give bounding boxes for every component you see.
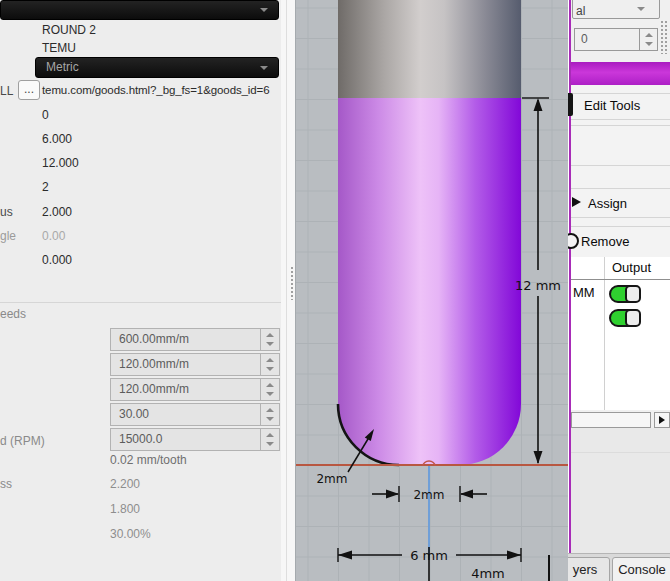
faint-divider	[571, 452, 670, 453]
row-separator	[571, 93, 670, 94]
feed-input-4[interactable]: 30.00	[110, 403, 280, 426]
remove-button[interactable]: Remove	[581, 234, 629, 249]
bottom-tab-bar: yers Console	[568, 553, 670, 581]
flute-length-value: 12.000	[42, 156, 79, 170]
toggle-knob	[625, 285, 641, 303]
preset-dropdown[interactable]	[0, 0, 279, 20]
feed-rate-input-1[interactable]: 600.00mm/m	[110, 328, 280, 351]
stepover-percent-value: 30.00%	[110, 527, 151, 541]
feeds-header-fragment: eeds	[0, 307, 26, 321]
spin-up-icon[interactable]	[266, 408, 274, 412]
url-label-fragment: LL	[0, 84, 13, 98]
spinner-buttons[interactable]	[639, 29, 657, 50]
output-toggle-on[interactable]	[609, 285, 641, 303]
angle-label-fragment: gle	[0, 229, 16, 243]
edit-tools-button[interactable]: Edit Tools	[584, 98, 640, 113]
pass-label-fragment: ss	[0, 477, 12, 491]
spin-down-icon[interactable]	[266, 442, 274, 446]
feed-rate-value-1: 600.00mm/m	[119, 332, 189, 346]
row-separator	[571, 165, 670, 166]
grip-dots	[660, 20, 668, 54]
output-toggle-on[interactable]	[609, 309, 641, 327]
arrow-left-icon	[460, 490, 473, 499]
lower-panel-area	[571, 428, 670, 553]
chevron-down-icon	[637, 7, 645, 11]
chevron-down-icon	[260, 66, 268, 70]
header-underline	[571, 279, 670, 280]
material-dropdown-value: al	[576, 4, 585, 18]
row-separator	[571, 217, 670, 218]
arrow-up-icon	[534, 98, 543, 111]
spin-down-icon[interactable]	[266, 417, 274, 421]
spin-up-icon[interactable]	[266, 333, 274, 337]
arrow-down-icon	[534, 451, 543, 464]
tool-note-value: TEMU	[42, 41, 76, 55]
scroll-right-button[interactable]	[654, 412, 670, 428]
spin-down-icon[interactable]	[266, 342, 274, 346]
spindle-label-fragment: d (RPM)	[0, 434, 45, 448]
right-sidebar: al 0 Edit Tools Assign Remove Output MM	[568, 0, 670, 581]
tool-flute	[338, 98, 521, 465]
tool-row-label: MM	[573, 285, 595, 300]
spinner-buttons[interactable]	[260, 404, 279, 425]
feed-rate-value-2: 120.00mm/m	[119, 357, 189, 371]
feed-rate-input-3[interactable]: 120.00mm/m	[110, 378, 280, 401]
tool-table: Output MM	[571, 257, 670, 410]
tool-editor-window: ROUND 2 TEMU Metric LL ... temu.com/good…	[0, 0, 670, 581]
tool-drawing: 12 mm 2mm 2mm 6 mm 4mm	[296, 0, 569, 581]
spindle-speed-value: 15000.0	[119, 432, 162, 446]
spinner-buttons[interactable]	[260, 379, 279, 400]
pass-value-2: 1.800	[110, 502, 140, 516]
dim-diameter-label: 6 mm	[410, 548, 448, 563]
diameter-value: 6.000	[42, 132, 72, 146]
output-column-header: Output	[612, 260, 651, 275]
tool-preview-canvas[interactable]: 12 mm 2mm 2mm 6 mm 4mm	[295, 0, 569, 581]
section-divider	[0, 302, 281, 303]
toggle-knob	[625, 309, 641, 327]
splitter-grip-dots[interactable]	[290, 266, 294, 300]
tool-properties-panel: ROUND 2 TEMU Metric LL ... temu.com/good…	[0, 0, 282, 581]
spin-down-icon[interactable]	[266, 367, 274, 371]
panel-splitter[interactable]	[281, 0, 295, 581]
horizontal-scrollbar-track[interactable]	[571, 412, 651, 428]
chip-load-value: 0.02 mm/tooth	[110, 453, 187, 467]
spin-down-icon[interactable]	[266, 392, 274, 396]
spinner-buttons[interactable]	[260, 429, 279, 450]
arrow-right-icon	[507, 551, 521, 560]
tab-layers[interactable]: yers	[568, 557, 610, 581]
arrow-right-icon	[386, 490, 399, 499]
row-separator	[571, 226, 670, 227]
units-dropdown-value: Metric	[46, 60, 79, 74]
url-value: temu.com/goods.html?_bg_fs=1&goods_id=6	[42, 84, 270, 96]
spin-up-icon[interactable]	[266, 383, 274, 387]
tab-console[interactable]: Console	[612, 557, 670, 581]
spinner-buttons[interactable]	[260, 329, 279, 350]
units-dropdown[interactable]: Metric	[35, 57, 279, 78]
arrow-left-icon	[338, 551, 352, 560]
splitter-line	[286, 0, 287, 581]
row-separator	[571, 125, 670, 126]
dim-corner-radius-label: 2mm	[316, 472, 347, 486]
feed-rate-input-2[interactable]: 120.00mm/m	[110, 353, 280, 376]
spinner-buttons[interactable]	[260, 354, 279, 375]
feed-rate-value-3: 120.00mm/m	[119, 382, 189, 396]
spindle-speed-input[interactable]: 15000.0	[110, 428, 280, 451]
assign-button[interactable]: Assign	[588, 196, 627, 211]
tool-shank	[338, 0, 521, 98]
edit-tools-icon	[568, 93, 573, 116]
row-separator	[571, 188, 670, 189]
offset-spinner[interactable]: 0	[574, 28, 658, 51]
chevron-down-icon	[260, 8, 268, 12]
row-separator	[571, 119, 670, 120]
spin-down-icon[interactable]	[645, 42, 653, 46]
feed-value-4: 30.00	[119, 407, 149, 421]
offset-spinner-value: 0	[581, 32, 588, 46]
spin-up-icon[interactable]	[266, 358, 274, 362]
material-dropdown[interactable]: al	[572, 0, 660, 19]
spin-up-icon[interactable]	[645, 33, 653, 37]
browse-button[interactable]: ...	[18, 80, 40, 100]
pass-value-1: 2.200	[110, 477, 140, 491]
angle-value: 0.00	[42, 229, 65, 243]
spin-up-icon[interactable]	[266, 433, 274, 437]
arrow-right-icon	[659, 416, 665, 424]
